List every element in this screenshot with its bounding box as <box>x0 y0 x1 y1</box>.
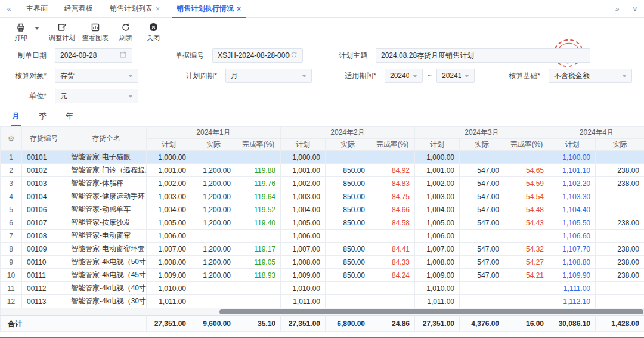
cell-value: 547.00 <box>460 190 504 203</box>
account-object-value: 存货 <box>60 71 125 81</box>
cell-value: 1,003.00 <box>147 190 191 203</box>
item-name: 智能管家-电动窗帘 <box>66 230 147 243</box>
column-settings-cell[interactable]: ⚙ <box>1 127 22 151</box>
calendar-icon[interactable] <box>119 51 127 60</box>
row-index: 11 <box>1 282 22 295</box>
group-header-month1: 2024年1月 <box>147 127 281 139</box>
horizontal-scrollbar[interactable] <box>0 308 644 315</box>
period-to-select[interactable]: 202412 <box>436 69 475 83</box>
print-dropdown-icon[interactable] <box>35 27 39 30</box>
period-tab-quarter[interactable]: 季 <box>38 111 48 126</box>
total-cell-value: 6,800.00 <box>326 316 370 332</box>
plan-cycle-select[interactable]: 月 <box>225 69 312 83</box>
cell-value: 850.00 <box>326 190 370 203</box>
cell-value: 1,111.00 <box>549 282 596 295</box>
tabs-scroll-left-icon[interactable]: « <box>0 0 18 17</box>
total-row-table: 合计 27,351.009,600.0035.1027,351.006,800.… <box>0 315 644 332</box>
table-row[interactable]: 200102智能管家-门铃（远程提示）1,001.001,200.00119.8… <box>1 164 644 177</box>
cell-value: 1,002.00 <box>147 177 191 190</box>
cell-value: 850.00 <box>326 256 370 269</box>
table-row[interactable]: 800109智能管家-电动窗帘环套1,007.001,200.00119.171… <box>1 243 644 256</box>
account-basis-select[interactable]: 不含税金额 <box>549 69 632 83</box>
tab-dashboard[interactable]: 经营看板 <box>56 0 101 17</box>
cell-value <box>504 230 549 243</box>
item-code: 00112 <box>22 282 66 295</box>
item-code: 00103 <box>22 177 66 190</box>
tab-sales-plan-list[interactable]: 销售计划列表 × <box>101 0 168 17</box>
table-row[interactable]: 300103智能管家-体脂秤1,002.001,200.00119.761,00… <box>1 177 644 190</box>
regenerate-icon[interactable] <box>290 51 298 60</box>
item-code: 00109 <box>22 243 66 256</box>
cell-value: 1,104.40 <box>549 203 596 216</box>
cell-value: 547.00 <box>460 164 504 177</box>
sub-header-plan: 计划 <box>281 139 326 151</box>
tab-close-icon[interactable]: × <box>237 5 241 13</box>
total-cell-value: 27,351.00 <box>415 316 460 332</box>
cell-value <box>236 230 281 243</box>
table-row[interactable]: 100101智能管家-电子猫眼1,000.001,000.001,000.001… <box>1 151 644 164</box>
refresh-icon <box>121 23 131 32</box>
cell-value: 1,009.00 <box>415 269 460 282</box>
total-cell-value: 4,376.00 <box>460 316 504 332</box>
row-index: 8 <box>1 243 22 256</box>
close-button[interactable]: 关闭 <box>140 21 167 44</box>
sub-header-rate: 完成率(%) <box>236 139 281 151</box>
cell-value <box>191 151 236 164</box>
adjust-plan-button[interactable]: 调整计划 <box>45 21 79 44</box>
doc-no-field[interactable]: XSJH-2024-08-28-00005 <box>212 48 303 63</box>
refresh-button[interactable]: 刷新 <box>112 21 140 44</box>
plan-subject-field[interactable]: 2024.08.28存货月度销售计划 <box>376 48 590 63</box>
unit-select[interactable]: 元 <box>55 89 138 103</box>
doc-date-value: 2024-08-28 <box>60 51 119 60</box>
cell-value: 547.00 <box>460 269 504 282</box>
total-cell-value: 27,351.00 <box>281 316 326 332</box>
item-code: 00102 <box>22 164 66 177</box>
group-header-month2: 2024年2月 <box>281 127 415 139</box>
cell-value: 850.00 <box>326 269 370 282</box>
total-cell-value: 27,351.00 <box>147 316 191 332</box>
total-cell-value: 9,600.00 <box>191 316 236 332</box>
doc-date-field[interactable]: 2024-08-28 <box>55 48 132 63</box>
cell-value <box>326 151 370 164</box>
sub-header-rate: 完成率(%) <box>370 139 415 151</box>
view-chart-button[interactable]: 查看图表 <box>79 21 112 44</box>
item-code: 00101 <box>22 151 66 164</box>
table-row[interactable]: 700108智能管家-电动窗帘1,006.001,006.001,006.001… <box>1 230 644 243</box>
tabs-scroll-right-icon[interactable]: » <box>608 5 626 13</box>
total-cell-value: 1,428.00 <box>596 316 644 332</box>
cell-value <box>370 282 415 295</box>
cell-value: 118.93 <box>236 269 281 282</box>
table-row[interactable]: 1200113智能管家-4k电视（30寸）1,011.001,011.001,0… <box>1 295 644 308</box>
scrollbar-thumb[interactable] <box>219 309 643 314</box>
cell-value: 1,008.00 <box>415 256 460 269</box>
cell-value: 1,011.00 <box>415 295 460 308</box>
table-row[interactable]: 600107智能管家-按摩沙发1,005.001,200.00119.401,0… <box>1 216 644 230</box>
period-tab-year[interactable]: 年 <box>64 111 75 126</box>
doc-no-value: XSJH-2024-08-28-00005 <box>218 51 290 60</box>
cell-value: 54.65 <box>504 164 549 177</box>
gear-icon[interactable]: ⚙ <box>8 134 15 143</box>
tabs-list-dropdown-icon[interactable]: ∨ <box>626 5 644 13</box>
cell-value: 1,108.80 <box>549 256 596 269</box>
print-button[interactable]: 打印 <box>7 21 35 44</box>
item-name: 智能管家-电子猫眼 <box>66 151 147 164</box>
period-from-select[interactable]: 202401 <box>385 69 423 83</box>
table-row[interactable]: 400104智能管家-健康运动手环1,003.001,200.00119.641… <box>1 190 644 203</box>
tab-main[interactable]: 主界面 <box>18 0 56 17</box>
table-row[interactable]: 1000111智能管家-4k电视（45寸）1,009.001,200.00118… <box>1 269 644 282</box>
sub-header-actual: 实际 <box>460 139 504 151</box>
cell-value <box>504 151 549 164</box>
period-tab-month[interactable]: 月 <box>11 111 21 126</box>
cell-value <box>460 230 504 243</box>
tab-sales-plan-execution[interactable]: 销售计划执行情况 × <box>168 0 249 17</box>
item-name: 智能管家-电动窗帘环套 <box>66 243 147 256</box>
account-object-select[interactable]: 存货 <box>55 69 138 83</box>
cell-value: 1,103.30 <box>549 190 596 203</box>
cell-value <box>596 295 644 308</box>
table-row[interactable]: 500106智能管家-动感单车1,004.001,200.00119.521,0… <box>1 203 644 216</box>
table-row[interactable]: 900110智能管家-4k电视（50寸）1,008.001,200.00119.… <box>1 256 644 269</box>
chevron-down-icon <box>302 75 306 77</box>
tab-close-icon[interactable]: × <box>156 5 160 13</box>
table-row[interactable]: 1100112智能管家-4k电视（40寸）1,010.001,010.001,0… <box>1 282 644 295</box>
cell-value <box>596 282 644 295</box>
